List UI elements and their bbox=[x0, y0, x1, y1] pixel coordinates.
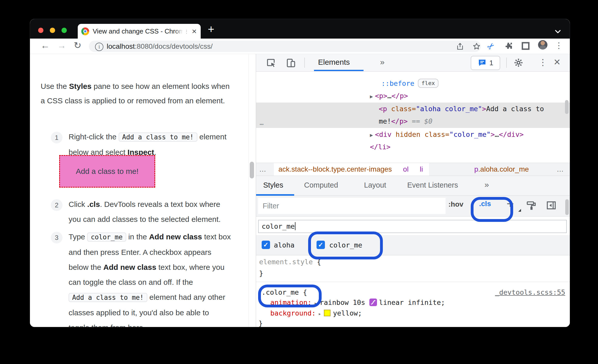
more-panels-chevron[interactable]: » bbox=[380, 57, 385, 67]
checkbox-color-me[interactable]: ✓ bbox=[317, 241, 325, 249]
more-style-tabs-chevron[interactable]: » bbox=[484, 180, 489, 189]
dom-scrollbar-thumb[interactable] bbox=[565, 100, 569, 114]
scissors-extension-icon[interactable]: ✂ bbox=[485, 40, 497, 53]
toolbar-divider bbox=[304, 58, 305, 68]
back-icon[interactable]: ← bbox=[41, 40, 50, 51]
tab-layout[interactable]: Layout bbox=[364, 181, 386, 189]
add-new-class-input[interactable]: color_me bbox=[258, 220, 567, 233]
url-text[interactable]: localhost:8080/docs/devtools/css/ bbox=[107, 42, 213, 51]
devtools-menu-icon[interactable]: ⋮ bbox=[539, 57, 547, 67]
doc-scrollbar[interactable] bbox=[248, 54, 256, 327]
browser-window: View and change CSS - Chrome × + ← → ↻ i… bbox=[30, 19, 570, 327]
breadcrumb-path: ack.stack--block.type.center-images ol l… bbox=[274, 163, 429, 176]
element-style-close-brace: } bbox=[259, 269, 263, 277]
url-path: :8080/docs/devtools/css/ bbox=[135, 42, 213, 50]
browser-window-icon[interactable] bbox=[521, 41, 530, 51]
tab-elements[interactable]: Elements bbox=[318, 58, 350, 67]
styles-scrollbar-thumb[interactable] bbox=[565, 199, 569, 215]
elements-tab-underline bbox=[314, 70, 364, 71]
tab-title: View and change CSS - Chrome bbox=[93, 27, 187, 35]
element-style-selector: element.style bbox=[259, 258, 313, 266]
class-toggles-row: ✓ aloha ✓ color_me bbox=[256, 235, 570, 255]
rule-property-background[interactable]: background:▸yellow; bbox=[270, 309, 362, 317]
toggle-hover-state-button[interactable]: :hov bbox=[448, 200, 463, 208]
intro-paragraph: Use the Styles pane to see how an elemen… bbox=[41, 79, 234, 108]
new-tab-button[interactable]: + bbox=[208, 24, 214, 35]
dom-node-div[interactable]: ▶<div hidden class="color_me">…</div> bbox=[370, 130, 524, 138]
tab-search-chevron-icon[interactable] bbox=[554, 29, 562, 34]
color-swatch[interactable] bbox=[324, 310, 331, 316]
tab-close-icon[interactable]: × bbox=[192, 27, 197, 36]
inline-code: Add a class to me! bbox=[119, 133, 197, 142]
stylesheet-source-link[interactable]: _devtools.scss:55 bbox=[495, 288, 565, 296]
color-me-rule-section[interactable]: .color_me { _devtools.scss:55 animation:… bbox=[256, 282, 570, 327]
breadcrumb-item[interactable]: li bbox=[420, 163, 423, 176]
bookmark-star-icon[interactable] bbox=[472, 42, 481, 51]
devtools-close-icon[interactable]: × bbox=[554, 56, 560, 68]
element-style-section[interactable]: element.style { } bbox=[256, 255, 570, 282]
settings-gear-icon[interactable] bbox=[513, 57, 524, 68]
dom-node-selected-line2[interactable]: me!</p> == $0 bbox=[379, 117, 432, 125]
add-class-section: color_me bbox=[256, 217, 570, 235]
flex-badge[interactable]: flex bbox=[418, 79, 438, 88]
device-toolbar-icon[interactable] bbox=[286, 58, 296, 68]
checkbox-color-me-label[interactable]: color_me bbox=[329, 241, 362, 249]
breadcrumb-overflow-right[interactable]: … bbox=[557, 163, 564, 176]
disclosure-arrow-icon[interactable]: ▶ bbox=[370, 93, 373, 100]
demo-box-label: Add a class to me! bbox=[76, 167, 139, 176]
site-info-icon[interactable]: i bbox=[95, 43, 103, 51]
disclosure-arrow-icon[interactable]: ▶ bbox=[370, 132, 373, 138]
new-rule-dropdown-corner bbox=[518, 209, 521, 212]
minimize-window-light[interactable] bbox=[50, 28, 55, 33]
breadcrumb-item[interactable]: ol bbox=[403, 163, 409, 176]
issues-button[interactable]: 1 bbox=[471, 56, 500, 70]
filter-input[interactable]: Filter bbox=[258, 198, 446, 214]
dom-row-options-dots[interactable]: … bbox=[260, 119, 264, 126]
dom-node-p-collapsed[interactable]: ▶<p>…</p> bbox=[370, 92, 408, 100]
styles-bold: Styles bbox=[69, 82, 91, 90]
toggle-class-editor-button[interactable]: .cls bbox=[479, 200, 491, 208]
zoom-window-light[interactable] bbox=[61, 28, 67, 33]
dom-node-before[interactable]: ::beforeflex bbox=[381, 79, 438, 88]
reload-icon[interactable]: ↻ bbox=[74, 40, 81, 51]
chrome-favicon-icon bbox=[81, 27, 89, 35]
new-style-rule-button[interactable]: + bbox=[507, 196, 514, 211]
step-2: Click .cls. DevTools reveals a text box … bbox=[69, 197, 231, 227]
breadcrumb-overflow-left[interactable]: … bbox=[259, 163, 267, 176]
tab-event-listeners[interactable]: Event Listeners bbox=[407, 181, 458, 189]
expand-value-icon[interactable]: ▸ bbox=[318, 311, 321, 317]
message-bubble-icon bbox=[478, 59, 487, 67]
inspect-element-icon[interactable] bbox=[266, 58, 276, 68]
tab-strip: View and change CSS - Chrome × + bbox=[30, 19, 570, 39]
close-window-light[interactable] bbox=[38, 28, 43, 33]
tab-styles[interactable]: Styles bbox=[263, 181, 283, 189]
issues-count: 1 bbox=[489, 59, 493, 67]
browser-tab[interactable]: View and change CSS - Chrome × bbox=[78, 24, 201, 39]
address-bar[interactable]: i localhost:8080/docs/devtools/css/ bbox=[89, 41, 481, 52]
rule-property-animation[interactable]: animation:▸rainbow 10s linear infinite; bbox=[270, 299, 445, 306]
dom-node-selected-line1[interactable]: <p class="aloha color_me">Add a class to bbox=[379, 105, 544, 113]
browser-menu-icon[interactable]: ⋮ bbox=[555, 41, 563, 50]
inline-code: color_me bbox=[87, 233, 126, 242]
rule-selector[interactable]: .color_me bbox=[262, 288, 299, 296]
profile-avatar[interactable] bbox=[538, 40, 547, 49]
easing-editor-icon[interactable] bbox=[369, 299, 377, 306]
extensions-puzzle-icon[interactable] bbox=[503, 41, 513, 51]
dom-node-li-close[interactable]: </li> bbox=[370, 143, 390, 151]
doc-pane: Use the Styles pane to see how an elemen… bbox=[30, 54, 248, 327]
forward-icon[interactable]: → bbox=[57, 40, 66, 51]
tab-computed[interactable]: Computed bbox=[304, 181, 338, 189]
doc-scrollbar-thumb[interactable] bbox=[250, 162, 254, 178]
checkbox-aloha-label[interactable]: aloha bbox=[274, 241, 294, 249]
text-caret bbox=[295, 222, 295, 230]
checkbox-aloha[interactable]: ✓ bbox=[262, 241, 270, 249]
add-class-demo-box[interactable]: Add a class to me! bbox=[59, 155, 155, 188]
sidebar-toggle-icon[interactable] bbox=[546, 200, 557, 211]
styles-tab-bar: Styles Computed Layout Event Listeners » bbox=[256, 176, 570, 196]
share-icon[interactable] bbox=[455, 42, 465, 51]
breadcrumb-item-selected[interactable]: p.aloha.color_me bbox=[474, 163, 529, 176]
expand-value-icon[interactable]: ▸ bbox=[314, 300, 317, 306]
devtools-panel: Elements » 1 ⋮ × … ::beforeflex bbox=[256, 54, 570, 327]
rendering-emulation-icon[interactable] bbox=[526, 200, 537, 211]
breadcrumb-item[interactable]: ack.stack--block.type.center-images bbox=[278, 163, 392, 176]
